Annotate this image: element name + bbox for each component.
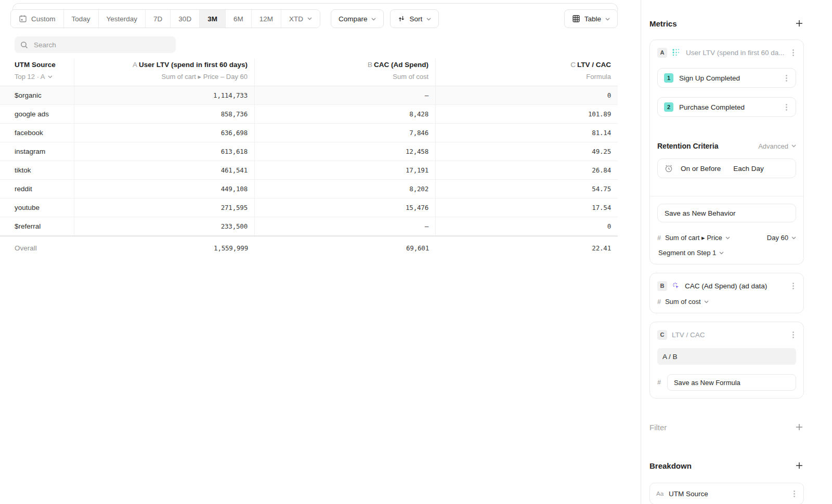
- analytics-app: Custom Today Yesterday 7D 30D 3M 6M 12M …: [0, 0, 832, 504]
- number-type-icon: #: [657, 379, 661, 386]
- add-filter-button[interactable]: [795, 422, 804, 432]
- sort-button[interactable]: Sort: [390, 9, 439, 28]
- day-window-dropdown[interactable]: Day 60: [767, 234, 796, 242]
- time-range-30d[interactable]: 30D: [171, 10, 200, 28]
- aggregation-dropdown[interactable]: Sum of cost: [665, 298, 709, 306]
- metric-name[interactable]: CAC (Ad Spend) (ad data): [685, 282, 786, 290]
- metric-badge: B: [657, 281, 667, 291]
- breakdown-section-header: Breakdown: [649, 461, 804, 470]
- retention-window: Each Day: [733, 165, 764, 173]
- config-panel: Metrics A User LTV (spend in first 60 da…: [641, 0, 832, 504]
- retention-condition: On or Before: [681, 165, 721, 173]
- cell-value: 858,736: [74, 105, 255, 124]
- time-range-6m[interactable]: 6M: [226, 10, 252, 28]
- time-range-3m[interactable]: 3M: [200, 10, 226, 28]
- cell-value: 271,595: [74, 198, 255, 217]
- metrics-title: Metrics: [649, 19, 677, 28]
- cell-value: 0: [436, 217, 618, 236]
- funnel-step-1[interactable]: 1 Sign Up Completed: [657, 68, 796, 88]
- add-breakdown-button[interactable]: [795, 461, 804, 470]
- table-row[interactable]: tiktok 461,541 17,191 26.84: [0, 161, 618, 180]
- table-row[interactable]: instagram 613,618 12,458 49.25: [0, 142, 618, 161]
- chevron-down-icon: [605, 18, 610, 21]
- retention-condition-box[interactable]: On or Before Each Day: [657, 158, 796, 178]
- cell-value: 8,428: [255, 105, 436, 124]
- time-range-today[interactable]: Today: [64, 10, 99, 28]
- funnel-step-2[interactable]: 2 Purchase Completed: [657, 97, 796, 117]
- table-row[interactable]: $organic 1,114,733 – 0: [0, 86, 618, 105]
- overall-label: Overall: [0, 236, 74, 259]
- kebab-menu-icon[interactable]: [790, 330, 796, 339]
- table-row[interactable]: youtube 271,595 15,476 17.54: [0, 198, 618, 217]
- step-number-badge: 1: [664, 73, 673, 83]
- table-row[interactable]: google ads 858,736 8,428 101.89: [0, 105, 618, 124]
- filter-title: Filter: [649, 423, 667, 432]
- search-input[interactable]: [33, 41, 170, 49]
- aggregation-dropdown[interactable]: Sum of cart ▸ Price: [665, 234, 730, 242]
- row-label: youtube: [0, 198, 74, 217]
- cell-value: 7,846: [255, 124, 436, 142]
- retention-mode-dropdown[interactable]: Advanced: [758, 142, 796, 150]
- cell-value: –: [255, 217, 436, 236]
- cell-value: 233,500: [74, 217, 255, 236]
- cell-value: 26.84: [436, 161, 618, 180]
- save-formula-button[interactable]: Save as New Formula: [667, 374, 796, 391]
- chevron-down-icon: [704, 300, 709, 303]
- retention-title: Retention Criteria: [657, 142, 718, 150]
- plus-icon: [796, 462, 803, 469]
- column-header-metric-c[interactable]: CLTV / CAC Formula: [436, 59, 618, 86]
- cell-value: 449,108: [74, 180, 255, 198]
- time-range-yesterday[interactable]: Yesterday: [99, 10, 146, 28]
- row-label: $organic: [0, 86, 74, 105]
- kebab-menu-icon[interactable]: [790, 48, 796, 57]
- breakdown-item-label: UTM Source: [669, 490, 786, 498]
- retention-criteria-header: Retention Criteria Advanced: [657, 142, 796, 150]
- time-range-label: Custom: [31, 15, 56, 23]
- column-header-metric-a[interactable]: AUser LTV (spend in first 60 days) Sum o…: [74, 59, 255, 86]
- cell-value: 17.54: [436, 198, 618, 217]
- add-metric-button[interactable]: [795, 19, 804, 28]
- view-type-button[interactable]: Table: [564, 9, 618, 28]
- row-label: instagram: [0, 142, 74, 161]
- formula-input[interactable]: A / B: [657, 348, 796, 365]
- kebab-menu-icon[interactable]: [790, 282, 796, 290]
- chevron-down-icon: [791, 144, 796, 148]
- kebab-menu-icon[interactable]: [784, 103, 789, 112]
- text-property-icon: Aa: [656, 490, 664, 497]
- calendar-icon: [19, 15, 27, 23]
- filter-section-header: Filter: [649, 422, 804, 432]
- table-overall-row: Overall 1,559,999 69,601 22.41: [0, 236, 618, 259]
- time-range-12m[interactable]: 12M: [252, 10, 281, 28]
- compare-button[interactable]: Compare: [331, 9, 384, 28]
- step-label: Purchase Completed: [679, 103, 778, 111]
- row-label: google ads: [0, 105, 74, 124]
- chevron-down-icon: [725, 236, 730, 240]
- kebab-menu-icon[interactable]: [791, 489, 797, 498]
- magic-cursor-icon: [672, 282, 680, 290]
- cell-value: 1,114,733: [74, 86, 255, 105]
- time-range-7d[interactable]: 7D: [146, 10, 171, 28]
- overall-value: 22.41: [436, 236, 618, 259]
- cell-value: 636,698: [74, 124, 255, 142]
- report-canvas: Custom Today Yesterday 7D 30D 3M 6M 12M …: [0, 0, 641, 504]
- table-row[interactable]: reddit 449,108 8,202 54.75: [0, 180, 618, 198]
- time-range-custom[interactable]: Custom: [11, 10, 64, 28]
- save-behavior-button[interactable]: Save as New Behavior: [657, 204, 796, 222]
- breakdown-item-utm-source[interactable]: Aa UTM Source: [649, 483, 804, 504]
- column-header-utm-source[interactable]: UTM Source Top 12 · A: [0, 59, 74, 86]
- metric-name[interactable]: LTV / CAC: [672, 331, 786, 339]
- segment-dropdown[interactable]: Segment on Step 1: [658, 249, 796, 257]
- cell-value: 15,476: [255, 198, 436, 217]
- time-range-xtd[interactable]: XTD: [281, 10, 320, 28]
- chevron-down-icon: [48, 75, 53, 78]
- table-row[interactable]: $referral 233,500 – 0: [0, 217, 618, 236]
- search-box: [15, 36, 176, 53]
- cell-value: 101.89: [436, 105, 618, 124]
- kebab-menu-icon[interactable]: [784, 74, 789, 83]
- cell-value: 17,191: [255, 161, 436, 180]
- plus-icon: [796, 20, 803, 27]
- column-header-metric-b[interactable]: BCAC (Ad Spend) Sum of cost: [255, 59, 436, 86]
- cell-value: 54.75: [436, 180, 618, 198]
- table-row[interactable]: facebook 636,698 7,846 81.14: [0, 124, 618, 142]
- metric-name[interactable]: User LTV (spend in first 60 da...: [686, 49, 786, 57]
